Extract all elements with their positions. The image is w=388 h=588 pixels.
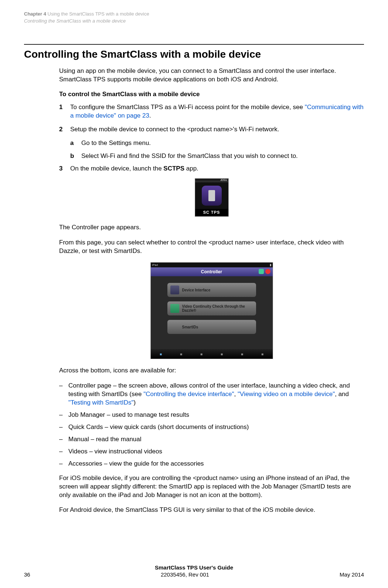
step-3: 3 On the mobile device, launch the SCTPS… xyxy=(59,165,364,173)
dash: – xyxy=(59,423,68,432)
device-interface-button: Device Interface xyxy=(167,283,256,297)
step-2a: a Go to the Settings menu. xyxy=(70,139,364,148)
chapter-prefix: Chapter 4 xyxy=(24,11,46,17)
document-id: 22035456, Rev 001 xyxy=(161,571,209,578)
ipad-status-bar: iPad ▮ xyxy=(151,263,273,267)
bullet-text: Manual – read the manual xyxy=(68,435,364,444)
spacer-icon xyxy=(170,322,179,331)
button-label: Device Interface xyxy=(182,288,211,292)
smartids-button: SmartIDs xyxy=(167,320,256,334)
button-label: Video Continuity Check through the Dazzl… xyxy=(182,304,253,312)
paragraph: Across the bottom, icons are available f… xyxy=(59,366,364,375)
page-number: 36 xyxy=(24,571,30,578)
tab-accessories-icon xyxy=(261,352,263,356)
text-fragment: On the mobile device, launch the xyxy=(70,165,163,172)
page-heading: Controlling the SmartClass with a mobile… xyxy=(24,48,364,60)
intro-paragraph: Using an app on the mobile device, you c… xyxy=(59,67,364,84)
footer-title: SmartClass TPS User's Guide xyxy=(24,564,364,571)
step-text: Setup the mobile device to connect to th… xyxy=(70,125,364,134)
substep-text: Go to the Settings menu. xyxy=(81,139,364,148)
tab-controller-icon xyxy=(160,352,162,356)
paragraph: From this page, you can select whether t… xyxy=(59,239,364,256)
procedure-heading: To control the SmartClass with a mobile … xyxy=(59,91,364,98)
text-fragment: , xyxy=(234,391,238,398)
tab-job-manager-icon xyxy=(180,352,182,356)
step-2b: b Select Wi-Fi and find the SSID for the… xyxy=(70,152,364,160)
dash: – xyxy=(59,382,68,407)
controller-screenshot: iPad ▮ Controller Device Interface Video… xyxy=(150,262,273,359)
page: Chapter 4 Using the SmartClass TPS with … xyxy=(0,0,388,588)
video-continuity-button: Video Continuity Check through the Dazzl… xyxy=(167,301,256,315)
bottom-tab-bar xyxy=(151,349,273,359)
step-number: 3 xyxy=(59,165,70,173)
dash: – xyxy=(59,460,68,468)
substep-text: Select Wi-Fi and find the SSID for the S… xyxy=(81,152,364,160)
text-fragment: . xyxy=(149,112,151,119)
text-fragment: ) xyxy=(133,399,136,406)
connection-status-icon xyxy=(265,269,270,274)
bullet-videos: – Videos – view instructional videos xyxy=(59,447,364,456)
cross-reference-link[interactable]: "Controlling the device interface" xyxy=(143,391,234,398)
check-icon xyxy=(170,304,179,313)
cross-reference-link[interactable]: "Viewing video on a mobile device" xyxy=(238,391,335,398)
paragraph: For iOS mobile device, if you are contro… xyxy=(59,474,364,500)
device-silhouette-icon xyxy=(208,190,215,201)
bullet-manual: – Manual – read the manual xyxy=(59,435,364,444)
step-number: 2 xyxy=(59,125,70,134)
bullet-text: Job Manager – used to manage test result… xyxy=(68,411,364,419)
tab-quick-cards-icon xyxy=(200,352,202,356)
running-header-section: Controlling the SmartClass with a mobile… xyxy=(24,18,364,24)
dash: – xyxy=(59,435,68,444)
body-content: Using an app on the mobile device, you c… xyxy=(59,67,364,515)
bullet-text: Videos – view instructional videos xyxy=(68,447,364,456)
button-label: SmartIDs xyxy=(182,325,198,329)
bullet-controller-page: – Controller page – the screen above, al… xyxy=(59,382,364,407)
page-footer: SmartClass TPS User's Guide 36 22035456,… xyxy=(24,564,364,578)
step-text: To configure the SmartClass TPS as a Wi-… xyxy=(70,103,364,120)
step-text: On the mobile device, launch the SCTPS a… xyxy=(70,165,364,173)
footer-line: 36 22035456, Rev 001 May 2014 xyxy=(24,571,364,578)
text-fragment: To configure the SmartClass TPS as a Wi-… xyxy=(70,104,305,111)
controller-title: Controller xyxy=(201,269,222,274)
horizontal-rule xyxy=(24,44,364,45)
bullet-text: Quick Cards – view quick cards (short do… xyxy=(68,423,364,432)
bullet-quick-cards: – Quick Cards – view quick cards (short … xyxy=(59,423,364,432)
bullet-text: Controller page – the screen above, allo… xyxy=(68,382,364,407)
sctps-app-icon-figure: JDSU SC TPS xyxy=(195,178,229,217)
chapter-title: Using the SmartClass TPS with a mobile d… xyxy=(48,11,149,17)
text-fragment: app. xyxy=(184,165,198,172)
controller-body: Device Interface Video Continuity Check … xyxy=(151,276,273,349)
substep-letter: b xyxy=(70,152,81,160)
app-icon-tile xyxy=(202,186,222,206)
device-icon xyxy=(170,285,179,294)
paragraph: The Controller page appears. xyxy=(59,223,364,232)
step-2: 2 Setup the mobile device to connect to … xyxy=(59,125,364,134)
tab-videos-icon xyxy=(241,352,243,356)
tab-manual-icon xyxy=(221,352,223,356)
bullet-text: Accessories – view the guide for the acc… xyxy=(68,460,364,468)
bullet-accessories: – Accessories – view the guide for the a… xyxy=(59,460,364,468)
bullet-job-manager: – Job Manager – used to manage test resu… xyxy=(59,411,364,419)
status-device-label: iPad xyxy=(152,263,158,267)
step-1: 1 To configure the SmartClass TPS as a W… xyxy=(59,103,364,120)
app-icon-label: SC TPS xyxy=(195,209,228,216)
dash: – xyxy=(59,447,68,456)
app-icon-brand: JDSU xyxy=(195,179,228,182)
text-fragment: , and xyxy=(335,391,349,398)
refresh-icon xyxy=(259,269,264,274)
app-name: SCTPS xyxy=(163,165,184,172)
controller-title-bar: Controller xyxy=(151,267,273,276)
cross-reference-link[interactable]: "Testing with SmartIDs" xyxy=(68,399,133,406)
footer-date: May 2014 xyxy=(340,571,364,578)
status-right-icons: ▮ xyxy=(270,263,271,267)
dash: – xyxy=(59,411,68,419)
substep-letter: a xyxy=(70,139,81,148)
step-number: 1 xyxy=(59,103,70,120)
paragraph: For Android device, the SmartClass TPS G… xyxy=(59,506,364,514)
running-header-chapter: Chapter 4 Using the SmartClass TPS with … xyxy=(24,11,364,17)
app-icon-body xyxy=(195,182,228,209)
